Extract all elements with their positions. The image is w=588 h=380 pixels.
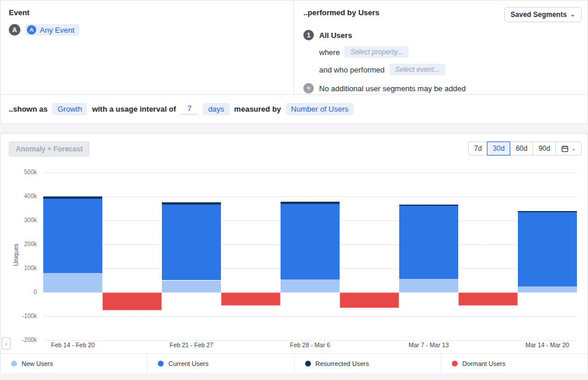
- segment-name[interactable]: All Users: [319, 31, 352, 40]
- interval-unit-chip[interactable]: days: [203, 103, 229, 115]
- chevron-down-icon: ⌄: [570, 13, 575, 16]
- chevron-down-icon: ⌄: [571, 147, 576, 150]
- x-axis-label: Feb 28 - Mar 6: [269, 341, 351, 348]
- x-axis-label: Feb 14 - Feb 20: [32, 341, 114, 348]
- any-event-chip[interactable]: A Any Event: [25, 24, 79, 36]
- select-event-field[interactable]: Select event...: [389, 64, 445, 75]
- legend-label: Resurrected Users: [316, 360, 369, 367]
- y-axis-tick: 100k: [1, 265, 37, 271]
- query-builder-card: Event A A Any Event ..performed by Users…: [0, 0, 588, 124]
- legend-label: New Users: [22, 360, 53, 367]
- legend-item-dormant-users[interactable]: Dormant Users: [441, 354, 587, 373]
- range-buttons: 7d30d60d90d: [468, 141, 556, 156]
- y-axis-tick: 400k: [1, 193, 37, 199]
- users-panel: ..performed by Users Saved Segments ⌄ 1 …: [294, 1, 587, 94]
- add-segment-note: No additional user segments may be added: [319, 84, 466, 93]
- bar-segment-new-users[interactable]: [162, 281, 221, 293]
- date-range-group: 7d30d60d90d ⌄: [468, 141, 582, 156]
- x-axis-label: Mar 7 - Mar 13: [388, 341, 469, 348]
- bar-segment-new-users[interactable]: [43, 273, 102, 292]
- gridline: [43, 340, 577, 341]
- shown-as-row: ..shown as Growth with a usage interval …: [1, 95, 587, 123]
- range-button-7d[interactable]: 7d: [468, 141, 487, 156]
- performed-clause-row: and who performed Select event...: [319, 64, 578, 75]
- y-axis-tick: -200k: [1, 337, 37, 343]
- bar-segment-dormant-users[interactable]: [458, 292, 517, 306]
- measure-chip[interactable]: Number of Users: [286, 103, 354, 115]
- metric-chip[interactable]: Growth: [52, 103, 87, 115]
- gridline: [43, 316, 577, 317]
- calendar-icon: [561, 145, 569, 153]
- y-axis-tick: 300k: [1, 217, 37, 223]
- users-header: ..performed by Users Saved Segments ⌄: [303, 8, 578, 22]
- event-panel: Event A A Any Event: [1, 1, 294, 94]
- shown-as-label: ..shown as: [9, 105, 47, 113]
- where-clause-row: where Select property...: [319, 46, 578, 58]
- interval-label: with a usage interval of: [92, 105, 176, 113]
- legend-item-new-users[interactable]: New Users: [1, 354, 147, 373]
- saved-segments-label: Saved Segments: [511, 11, 567, 19]
- legend-item-current-users[interactable]: Current Users: [147, 354, 293, 373]
- bar-segment-current-users[interactable]: [399, 206, 458, 279]
- performed-label: and who performed: [319, 65, 385, 74]
- bar-segment-new-users[interactable]: [518, 286, 577, 292]
- saved-segments-button[interactable]: Saved Segments ⌄: [504, 7, 582, 22]
- legend-item-resurrected-users[interactable]: Resurrected Users: [294, 354, 441, 373]
- bar-segment-resurrected-users[interactable]: [518, 211, 577, 212]
- bar-segment-resurrected-users[interactable]: [281, 202, 340, 203]
- bar-segment-new-users[interactable]: [281, 279, 340, 292]
- event-and-users-row: Event A A Any Event ..performed by Users…: [1, 1, 587, 95]
- add-segment-row: + No additional user segments may be add…: [303, 83, 578, 94]
- event-panel-title: Event: [9, 8, 285, 17]
- segment-head: 1 All Users: [303, 30, 578, 40]
- where-label: where: [319, 48, 340, 57]
- users-panel-title: ..performed by Users: [303, 8, 379, 17]
- legend-label: Current Users: [168, 360, 208, 367]
- bar-segment-resurrected-users[interactable]: [399, 205, 458, 206]
- event-letter-badge: A: [9, 24, 20, 36]
- range-button-90d[interactable]: 90d: [532, 141, 556, 156]
- range-button-60d[interactable]: 60d: [510, 141, 533, 156]
- add-segment-icon: +: [303, 83, 314, 94]
- any-event-icon: A: [27, 25, 36, 34]
- gridline: [43, 172, 577, 173]
- gridline: [43, 196, 577, 197]
- chart-legend: New UsersCurrent UsersResurrected UsersD…: [1, 353, 587, 373]
- y-axis-tick: 0: [1, 289, 37, 295]
- interval-value-input[interactable]: [181, 104, 198, 115]
- bar-segment-current-users[interactable]: [518, 212, 577, 287]
- range-button-30d[interactable]: 30d: [487, 141, 510, 156]
- legend-dot: [452, 361, 458, 367]
- measured-by-label: measured by: [234, 105, 281, 113]
- x-axis-label: Mar 14 - Mar 20: [506, 341, 588, 348]
- select-property-field[interactable]: Select property...: [344, 46, 409, 58]
- segment-number-badge: 1: [303, 30, 314, 40]
- bar-segment-current-users[interactable]: [43, 199, 102, 273]
- segment-block: 1 All Users where Select property... and…: [303, 30, 578, 94]
- x-axis-label: Feb 21 - Feb 27: [151, 341, 233, 348]
- y-axis-tick: -100k: [1, 313, 37, 319]
- legend-dot: [305, 361, 311, 367]
- bar-segment-current-users[interactable]: [281, 204, 340, 280]
- bar-segment-current-users[interactable]: [162, 205, 221, 281]
- bar-segment-dormant-users[interactable]: [340, 292, 399, 308]
- y-axis-tick: 200k: [1, 241, 37, 247]
- bar-segment-dormant-users[interactable]: [102, 292, 161, 310]
- bar-segment-resurrected-users[interactable]: [162, 202, 221, 204]
- any-event-chip-label: Any Event: [40, 26, 74, 34]
- chart-card: Anomaly + Forecast 7d30d60d90d ⌄ Uniques…: [0, 133, 588, 372]
- calendar-button[interactable]: ⌄: [555, 141, 582, 156]
- y-axis-tick: 500k: [1, 169, 37, 175]
- bar-segment-new-users[interactable]: [399, 279, 458, 292]
- legend-dot: [11, 361, 17, 367]
- legend-label: Dormant Users: [462, 360, 506, 367]
- legend-dot: [158, 361, 164, 367]
- anomaly-forecast-button[interactable]: Anomaly + Forecast: [9, 141, 89, 157]
- event-row: A A Any Event: [9, 24, 285, 36]
- bar-segment-resurrected-users[interactable]: [43, 196, 102, 199]
- bar-segment-dormant-users[interactable]: [221, 292, 280, 306]
- panel-gap: [0, 124, 588, 133]
